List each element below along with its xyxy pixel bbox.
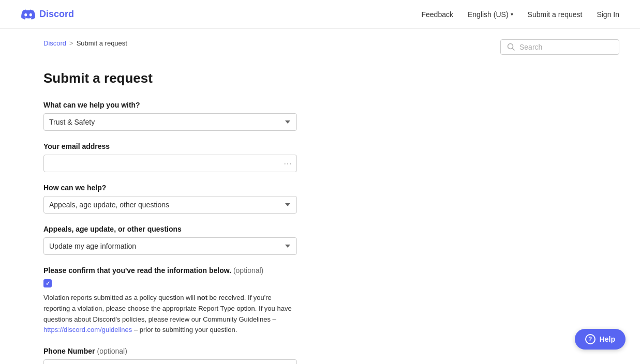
- checkmark-icon: ✓: [46, 281, 50, 286]
- phone-group: Phone Number (optional) Registered using…: [43, 347, 364, 364]
- help-button[interactable]: ? Help: [575, 329, 626, 350]
- submit-request-form: What can we help you with? Trust & Safet…: [43, 101, 364, 364]
- search-icon: [507, 43, 515, 51]
- breadcrumb-current: Submit a request: [77, 39, 127, 47]
- confirm-optional: (optional): [233, 266, 263, 275]
- email-group: Your email address ⋯: [43, 142, 364, 172]
- confirm-info-text: Violation reports submitted as a policy …: [43, 293, 297, 336]
- confirm-checkbox[interactable]: ✓: [43, 279, 52, 287]
- search-bar[interactable]: [500, 39, 619, 55]
- what-help-select[interactable]: Trust & Safety Account and Login Billing…: [43, 113, 297, 131]
- language-selector[interactable]: English (US) ▾: [468, 10, 513, 19]
- feedback-link[interactable]: Feedback: [421, 10, 453, 19]
- how-help-group: How can we help? Appeals, age update, ot…: [43, 184, 364, 214]
- top-bar: Discord > Submit a request: [0, 29, 640, 60]
- confirm-checkbox-wrap: ✓: [43, 279, 364, 287]
- appeals-group: Appeals, age update, or other questions …: [43, 225, 364, 255]
- breadcrumb: Discord > Submit a request: [43, 39, 127, 47]
- guidelines-link[interactable]: https://discord.com/guidelines: [43, 326, 132, 333]
- logo-link[interactable]: Discord: [21, 7, 74, 22]
- confirm-label: Please confirm that you've read the info…: [43, 266, 364, 275]
- email-label: Your email address: [43, 142, 364, 150]
- email-icon: ⋯: [284, 159, 292, 169]
- svg-line-1: [513, 49, 515, 51]
- what-help-label: What can we help you with?: [43, 101, 364, 109]
- search-input[interactable]: [519, 43, 613, 51]
- help-circle-icon: ?: [585, 334, 596, 344]
- how-help-select[interactable]: Appeals, age update, other questions Rep…: [43, 196, 297, 214]
- submit-request-link[interactable]: Submit a request: [528, 10, 583, 19]
- discord-logo-icon: [21, 7, 35, 22]
- logo-text: Discord: [39, 9, 74, 20]
- email-input-wrap: ⋯: [43, 155, 297, 172]
- how-help-label: How can we help?: [43, 184, 364, 192]
- appeals-select[interactable]: Update my age information Account disabl…: [43, 237, 297, 255]
- phone-label: Phone Number (optional): [43, 347, 364, 355]
- breadcrumb-separator: >: [69, 39, 73, 47]
- help-button-label: Help: [600, 335, 615, 343]
- confirm-group: Please confirm that you've read the info…: [43, 266, 364, 336]
- chevron-down-icon: ▾: [511, 11, 513, 17]
- breadcrumb-home[interactable]: Discord: [43, 39, 66, 47]
- phone-input[interactable]: [43, 359, 297, 364]
- page-title: Submit a request: [43, 70, 364, 86]
- what-help-group: What can we help you with? Trust & Safet…: [43, 101, 364, 131]
- appeals-label: Appeals, age update, or other questions: [43, 225, 364, 233]
- header: Discord Feedback English (US) ▾ Submit a…: [0, 0, 640, 29]
- header-nav: Feedback English (US) ▾ Submit a request…: [421, 10, 619, 19]
- main-content: Submit a request What can we help you wi…: [43, 60, 364, 364]
- language-label: English (US): [468, 10, 509, 19]
- sign-in-link[interactable]: Sign In: [597, 10, 619, 19]
- email-input[interactable]: [43, 155, 297, 172]
- phone-optional: (optional): [97, 347, 127, 355]
